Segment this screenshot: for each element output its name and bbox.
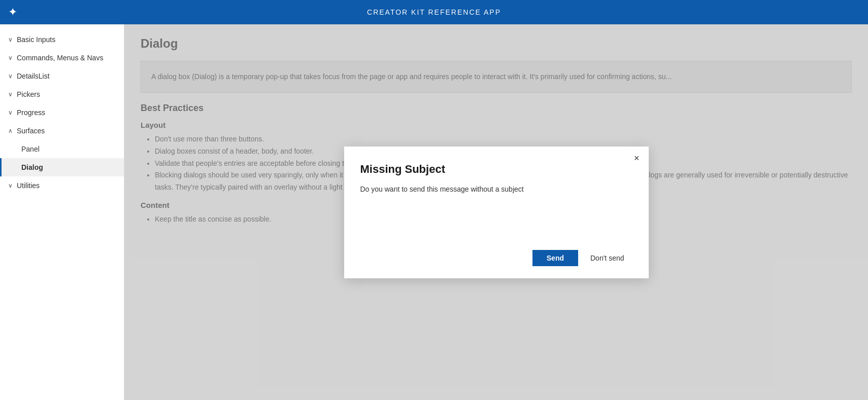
header-logo: ✦ [8,6,17,19]
chevron-up-icon: ∧ [8,127,13,134]
chevron-down-icon: ∨ [8,72,13,80]
sidebar: ∨ Basic Inputs ∨ Commands, Menus & Navs … [0,24,124,400]
sidebar-item-commands-menus-navs[interactable]: ∨ Commands, Menus & Navs [0,49,124,67]
sidebar-item-pickers[interactable]: ∨ Pickers [0,85,124,103]
sidebar-item-details-list[interactable]: ∨ DetailsList [0,67,124,85]
sidebar-item-label: Surfaces [17,127,45,135]
main-layout: ∨ Basic Inputs ∨ Commands, Menus & Navs … [0,24,868,400]
dialog-close-button[interactable]: × [634,154,640,163]
sidebar-item-label: Progress [17,108,45,117]
header-title: CREATOR KIT REFERENCE APP [367,8,501,16]
dialog-footer: Send Don't send [360,250,632,266]
sidebar-item-utilities[interactable]: ∨ Utilities [0,176,124,195]
dialog-overlay: × Missing Subject Do you want to send th… [124,24,868,400]
dialog: × Missing Subject Do you want to send th… [344,147,649,278]
sidebar-item-dialog[interactable]: Dialog [0,158,124,176]
sidebar-item-label: Basic Inputs [17,35,55,44]
chevron-down-icon: ∨ [8,91,13,98]
sidebar-item-label: Commands, Menus & Navs [17,54,103,62]
dialog-dont-send-button[interactable]: Don't send [582,250,632,266]
sidebar-item-basic-inputs[interactable]: ∨ Basic Inputs [0,30,124,49]
dialog-send-button[interactable]: Send [532,250,578,266]
sidebar-item-label: Utilities [17,181,40,190]
main-content: Dialog A dialog box (Dialog) is a tempor… [124,24,868,400]
chevron-down-icon: ∨ [8,54,13,61]
dialog-title: Missing Subject [360,163,632,176]
sidebar-item-label: DetailsList [17,72,50,80]
sidebar-item-panel[interactable]: Panel [0,140,124,158]
chevron-down-icon: ∨ [8,109,13,116]
sidebar-item-progress[interactable]: ∨ Progress [0,103,124,122]
dialog-body: Do you want to send this message without… [360,184,632,195]
sidebar-item-label: Dialog [21,163,43,171]
sidebar-item-label: Panel [21,145,40,153]
chevron-down-icon: ∨ [8,36,13,43]
sidebar-item-surfaces[interactable]: ∧ Surfaces [0,122,124,140]
app-header: ✦ CREATOR KIT REFERENCE APP [0,0,868,24]
sidebar-item-label: Pickers [17,90,40,98]
chevron-down-icon: ∨ [8,182,13,189]
